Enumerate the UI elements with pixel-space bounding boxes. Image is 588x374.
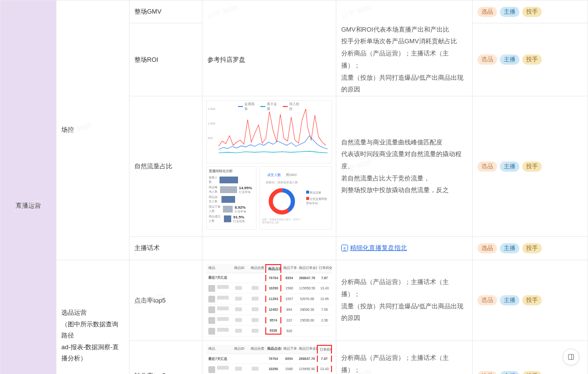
link-cell: ≡ 精细化直播复盘指北 xyxy=(336,237,473,260)
metric-name: 整场GMV xyxy=(129,0,202,23)
mini-table-ctr: 商品 商品ID 商品分类 商品点击数 商品下单数 商品订单金额 订单转化率 最近… xyxy=(204,262,334,339)
desc-cell: 分析商品（产品运营）；主播话术（主播）； 流量（投放）共同打造爆品/低产出商品出… xyxy=(336,341,473,374)
group-cell: 场控 xyxy=(56,0,129,260)
table-thumb-cell: 商品 商品ID 商品分类 商品点击数 商品下单数 商品订单金额 订单转化率 最近… xyxy=(202,341,336,374)
tag-zhubo: 主播 xyxy=(500,295,519,305)
ref-cell xyxy=(202,0,336,23)
tag-zhubo: 主播 xyxy=(500,371,519,374)
tag-cell: 选品 主播 投手 xyxy=(473,23,588,96)
tag-xuanpin: 选品 xyxy=(478,371,497,374)
donut-svg xyxy=(267,187,296,216)
tag-zhubo: 主播 xyxy=(500,243,519,253)
desc-cell xyxy=(336,0,473,23)
chart-svg xyxy=(219,104,328,157)
tag-cell: 选品 主播 投手 xyxy=(473,0,588,23)
chart-legend: 直播观看 离开直播 加入粉丝 xyxy=(238,102,300,111)
section-xuanpin: 选品运营 （图中所示数据查询路径 ad-报表-数据洞察-直播分析） 点击率top… xyxy=(56,260,588,374)
tag-zhubo: 主播 xyxy=(500,7,519,17)
chart-thumbnail: 直播观看 离开直播 加入粉丝 1,500 1,000 500 xyxy=(204,98,334,234)
tag-toushou: 投手 xyxy=(522,243,542,253)
group-cell: 选品运营 （图中所示数据查询路径 ad-报表-数据洞察-直播分析） xyxy=(56,260,129,374)
ref-cell xyxy=(202,237,336,260)
tag-zhubo: 主播 xyxy=(500,54,519,65)
tag-xuanpin: 选品 xyxy=(478,7,497,17)
tag-xuanpin: 选品 xyxy=(478,161,497,172)
float-button[interactable] xyxy=(563,349,579,365)
section-changkong: 场控 整场GMV 选品 主播 投手 整场ROI 参考抖店罗盘 GMV和 xyxy=(56,0,588,260)
category-cell: 直播运营 xyxy=(0,0,56,374)
donut-chart: 成交人数用GMV 按类别：按渠道来源人数 说明：直播推荐来源人数不一定等于整直播… xyxy=(259,166,332,230)
tag-xuanpin: 选品 xyxy=(478,243,497,253)
desc-cell: 自然流量与商业流量曲线峰值匹配度 代表该时间段商业流量对自然流量的撬动程度。 若… xyxy=(336,96,473,237)
chart-thumb-cell: 直播观看 离开直播 加入粉丝 1,500 1,000 500 xyxy=(202,96,336,237)
tag-cell: 选品 主播 投手 xyxy=(473,96,588,237)
desc-cell: GMV和ROI代表本场直播产出和产出比 投手分析单场次各产品GMV消耗贡献占比 … xyxy=(336,23,473,96)
main-table: 直播运营 场控 整场GMV 选品 主播 投手 整场ROI xyxy=(0,0,588,374)
ref-cell: 参考抖店罗盘 xyxy=(202,23,336,96)
metric-name: 整场ROI xyxy=(129,23,202,96)
tag-toushou: 投手 xyxy=(522,161,542,172)
metric-name: 点击率top5 xyxy=(129,260,202,341)
tag-toushou: 投手 xyxy=(522,371,542,374)
metric-name: 转化率top5 xyxy=(129,341,202,374)
tag-zhubo: 主播 xyxy=(500,161,519,172)
tag-toushou: 投手 xyxy=(522,54,542,65)
tag-toushou: 投手 xyxy=(522,295,542,305)
table-thumb-cell: 商品 商品ID 商品分类 商品点击数 商品下单数 商品订单金额 订单转化率 最近… xyxy=(202,260,336,341)
sidebar-icon xyxy=(567,353,575,361)
funnel-chart: 直播间转化分析 观看人数 商品曝光人数14.95%行业中等 商品点击人数 商品下… xyxy=(206,166,257,230)
tag-toushou: 投手 xyxy=(522,7,542,17)
tag-xuanpin: 选品 xyxy=(478,54,497,65)
doc-icon: ≡ xyxy=(341,245,348,251)
sections-wrap: 场控 整场GMV 选品 主播 投手 整场ROI 参考抖店罗盘 GMV和 xyxy=(56,0,588,374)
metric-name: 主播话术 xyxy=(129,237,202,260)
svg-rect-3 xyxy=(569,355,574,360)
guide-link[interactable]: ≡ 精细化直播复盘指北 xyxy=(341,242,407,254)
desc-cell: 分析商品（产品运营）；主播话术（主播）； 流量（投放）共同打造爆品/低产出商品出… xyxy=(336,260,473,341)
metric-name: 自然流量占比 xyxy=(129,96,202,237)
tag-xuanpin: 选品 xyxy=(478,295,497,305)
tag-cell: 选品 主播 投手 xyxy=(473,237,588,260)
line-chart: 直播观看 离开直播 加入粉丝 1,500 1,000 500 xyxy=(206,100,332,163)
tag-cell: 选品 主播 投手 xyxy=(473,260,588,341)
mini-table-cvr: 商品 商品ID 商品分类 商品点击数 商品下单数 商品订单金额 订单转化率 最近… xyxy=(204,343,334,374)
